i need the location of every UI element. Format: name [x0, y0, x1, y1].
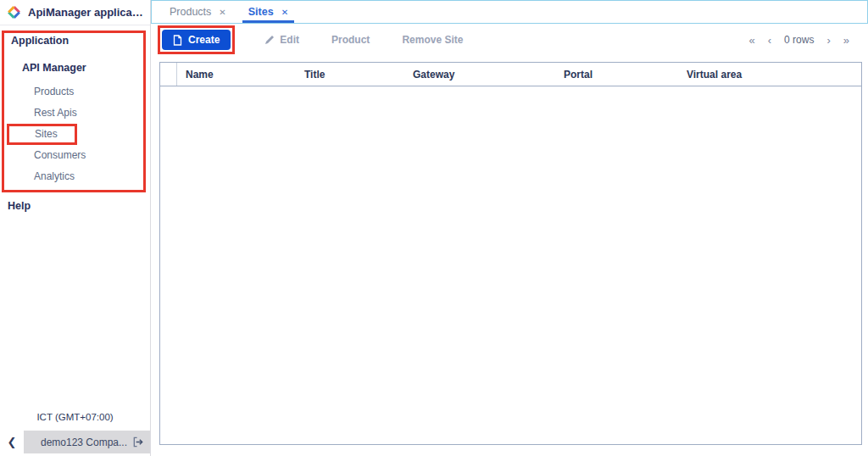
table-header-portal[interactable]: Portal [555, 63, 678, 86]
table-header-name[interactable]: Name [177, 63, 296, 86]
menu-annotation-box: Application API Manager Products Rest Ap… [2, 31, 146, 192]
remove-site-button[interactable]: Remove Site [402, 34, 463, 46]
remove-site-button-label: Remove Site [402, 34, 463, 46]
tab-sites[interactable]: Sites ✕ [237, 1, 299, 23]
pagination: « ‹ 0 rows › » [749, 34, 850, 47]
table-header-select-column [160, 63, 177, 86]
sidebar-footer: ❮ demo123 Compa... [0, 431, 150, 453]
table-header-title[interactable]: Title [296, 63, 404, 86]
pagination-next-button[interactable]: › [826, 34, 830, 47]
sidebar-collapse-button[interactable]: ❮ [0, 431, 24, 453]
create-button-label: Create [188, 34, 220, 46]
edit-button[interactable]: Edit [264, 34, 299, 46]
tab-sites-close-icon[interactable]: ✕ [281, 8, 288, 17]
table-header-row: Name Title Gateway Portal Virtual area [160, 63, 861, 86]
tab-sites-label: Sites [248, 6, 274, 18]
pagination-prev-button[interactable]: ‹ [768, 34, 771, 47]
sidebar-item-products[interactable]: Products [4, 86, 143, 98]
app-title: ApiManager applicati... [28, 6, 143, 19]
tab-products[interactable]: Products ✕ [159, 1, 237, 23]
app-logo-icon [7, 5, 21, 19]
nav-section-api-manager[interactable]: API Manager [22, 62, 143, 74]
sidebar-item-consumers[interactable]: Consumers [4, 149, 143, 162]
nav-sub-menu: Products Rest Apis Sites Consumers Analy… [4, 86, 143, 183]
sidebar-item-help[interactable]: Help [8, 200, 150, 212]
timezone-label: ICT (GMT+07:00) [0, 412, 150, 422]
nav-section-application[interactable]: Application [11, 35, 143, 47]
tab-strip: Products ✕ Sites ✕ [151, 0, 868, 24]
sites-table: Name Title Gateway Portal Virtual area [159, 62, 862, 445]
toolbar: Create Edit Product Remove Site « ‹ 0 ro… [151, 25, 868, 55]
file-icon [173, 35, 182, 46]
create-annotation-box: Create [158, 25, 235, 54]
sidebar-item-sites[interactable]: Sites [7, 124, 77, 145]
tab-products-label: Products [170, 6, 211, 18]
product-button[interactable]: Product [331, 34, 370, 46]
sidebar: ApiManager applicati... Application API … [0, 0, 151, 456]
tab-products-close-icon[interactable]: ✕ [219, 8, 225, 17]
table-header-gateway[interactable]: Gateway [404, 63, 555, 86]
logout-icon[interactable] [132, 437, 143, 448]
sidebar-item-analytics[interactable]: Analytics [4, 170, 143, 183]
sidebar-item-rest-apis[interactable]: Rest Apis [4, 107, 143, 120]
org-label: demo123 Compa... [36, 437, 132, 448]
main-area: Products ✕ Sites ✕ Create [151, 0, 868, 456]
org-bar[interactable]: demo123 Compa... [24, 431, 150, 453]
sidebar-header: ApiManager applicati... [0, 0, 150, 25]
table-header-virtual-area[interactable]: Virtual area [678, 63, 861, 86]
create-button[interactable]: Create [162, 30, 231, 50]
sidebar-spacer [0, 212, 150, 412]
pagination-first-button[interactable]: « [749, 34, 755, 47]
table-body-empty [160, 86, 861, 444]
edit-button-label: Edit [280, 34, 299, 46]
pagination-rows-label: 0 rows [784, 34, 814, 46]
pencil-icon [264, 35, 275, 45]
product-button-label: Product [331, 34, 370, 46]
pagination-last-button[interactable]: » [843, 34, 849, 47]
